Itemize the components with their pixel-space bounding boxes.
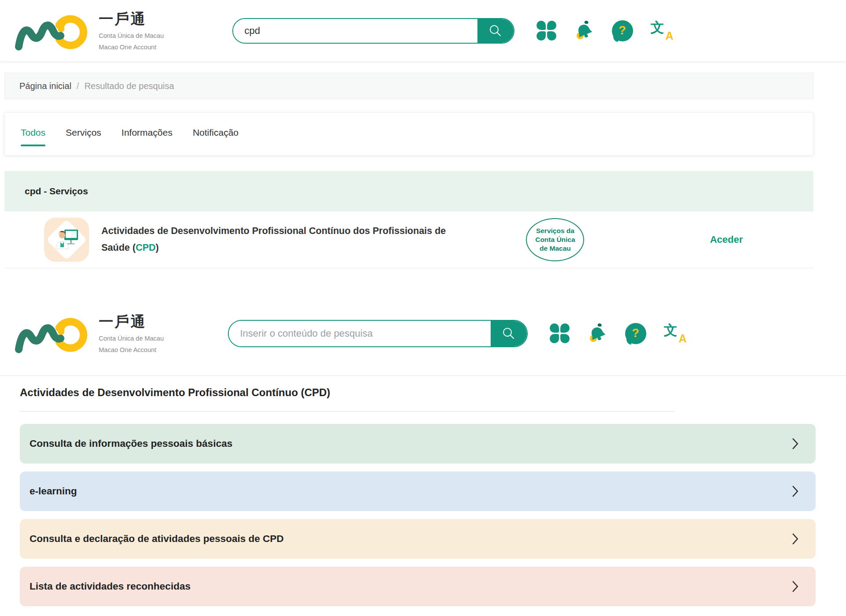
tab-label: Todos bbox=[21, 127, 45, 137]
header-icon-group: ? 文A bbox=[550, 323, 687, 344]
header-icon-group: ? 文A bbox=[537, 20, 674, 41]
access-link[interactable]: Aceder bbox=[710, 234, 743, 245]
apps-grid-icon[interactable] bbox=[537, 21, 556, 41]
service-icon bbox=[44, 218, 89, 262]
search-icon bbox=[501, 326, 516, 341]
brand-name-pt: Conta Única de Macau bbox=[99, 334, 164, 343]
page-title: Actividades de Desenvolvimento Profissio… bbox=[20, 386, 826, 399]
chevron-right-icon bbox=[792, 438, 799, 450]
tab-todos[interactable]: Todos bbox=[21, 127, 45, 146]
service-item-consulta-informacoes[interactable]: Consulta de informações pessoais básicas bbox=[20, 424, 816, 464]
result-title-highlight: CPD bbox=[136, 242, 156, 253]
divider bbox=[20, 411, 675, 412]
tab-informacoes[interactable]: Informações bbox=[122, 127, 173, 146]
chevron-right-icon bbox=[792, 580, 799, 593]
tab-label: Notificação bbox=[193, 127, 239, 137]
search-button[interactable] bbox=[477, 19, 514, 43]
breadcrumb-home-link[interactable]: Página inicial bbox=[19, 81, 71, 91]
search-results-section: cpd - Serviços Actividades de Desenvolvi… bbox=[4, 171, 813, 268]
result-group-title: cpd - Serviços bbox=[25, 186, 88, 197]
search-button[interactable] bbox=[491, 321, 527, 346]
brand-name-zh: 一戶通 bbox=[99, 9, 164, 29]
service-item-label: Lista de actividades reconhecidas bbox=[30, 581, 190, 592]
tab-notificacao[interactable]: Notificação bbox=[193, 127, 239, 146]
tab-servicos[interactable]: Serviços bbox=[66, 127, 101, 146]
tab-label: Informações bbox=[122, 127, 173, 137]
help-icon[interactable]: ? bbox=[612, 20, 633, 41]
tab-label: Serviços bbox=[66, 127, 101, 137]
brand-name-pt: Conta Única de Macau bbox=[99, 32, 164, 41]
badge-line: Conta Única bbox=[535, 235, 575, 244]
result-group-header: cpd - Serviços bbox=[4, 171, 813, 212]
search-icon bbox=[488, 23, 503, 38]
service-item-label: Consulta e declaração de atividades pess… bbox=[30, 533, 283, 545]
service-list: Consulta de informações pessoais básicas… bbox=[20, 424, 816, 606]
service-item-label: e-learning bbox=[30, 486, 77, 497]
badge-line: Serviços da bbox=[536, 226, 574, 235]
breadcrumb-separator: / bbox=[77, 81, 79, 91]
badge-line: de Macau bbox=[540, 244, 571, 253]
brand-name-en: Macao One Account bbox=[99, 43, 164, 52]
brand-name-en: Macao One Account bbox=[99, 346, 164, 355]
search-bar bbox=[228, 320, 528, 347]
service-page: Actividades de Desenvolvimento Profissio… bbox=[0, 386, 846, 606]
search-input[interactable] bbox=[233, 19, 477, 43]
service-item-label: Consulta de informações pessoais básicas bbox=[30, 438, 232, 449]
notification-bell-icon[interactable] bbox=[574, 21, 594, 41]
breadcrumb: Página inicial / Resultado de pesquisa bbox=[4, 73, 813, 99]
service-item-elearning[interactable]: e-learning bbox=[20, 471, 816, 511]
breadcrumb-current: Resultado de pesquisa bbox=[84, 81, 174, 91]
health-professional-icon bbox=[54, 228, 79, 252]
result-tabs: Todos Serviços Informações Notificação bbox=[4, 112, 813, 156]
mo-logo-icon bbox=[13, 8, 92, 54]
result-row[interactable]: Actividades de Desenvolvimento Profissio… bbox=[4, 212, 813, 268]
search-input[interactable] bbox=[229, 321, 491, 346]
brand-logo[interactable]: 一戶通 Conta Única de Macau Macao One Accou… bbox=[13, 311, 164, 356]
help-icon[interactable]: ? bbox=[625, 323, 646, 344]
top-header: 一戶通 Conta Única de Macau Macao One Accou… bbox=[0, 0, 846, 62]
result-title-suffix: ) bbox=[156, 242, 159, 253]
chevron-right-icon bbox=[792, 533, 799, 545]
search-bar bbox=[232, 18, 514, 44]
chevron-right-icon bbox=[792, 485, 799, 497]
result-title: Actividades de Desenvolvimento Profissio… bbox=[101, 223, 458, 256]
brand-text: 一戶通 Conta Única de Macau Macao One Accou… bbox=[99, 9, 164, 52]
apps-grid-icon[interactable] bbox=[550, 323, 570, 343]
service-item-lista-actividades[interactable]: Lista de actividades reconhecidas bbox=[20, 567, 816, 606]
notification-bell-icon[interactable] bbox=[587, 323, 607, 344]
brand-text: 一戶通 Conta Única de Macau Macao One Accou… bbox=[99, 312, 164, 354]
brand-logo[interactable]: 一戶通 Conta Única de Macau Macao One Accou… bbox=[13, 8, 164, 54]
service-item-consulta-declaracao[interactable]: Consulta e declaração de atividades pess… bbox=[20, 519, 816, 559]
language-icon[interactable]: 文A bbox=[664, 323, 687, 344]
brand-name-zh: 一戶通 bbox=[99, 312, 164, 332]
service-page-header: 一戶通 Conta Única de Macau Macao One Accou… bbox=[0, 291, 846, 376]
source-badge: Serviços da Conta Única de Macau bbox=[526, 218, 584, 261]
language-icon[interactable]: 文A bbox=[651, 20, 674, 41]
mo-logo-icon bbox=[13, 311, 92, 356]
